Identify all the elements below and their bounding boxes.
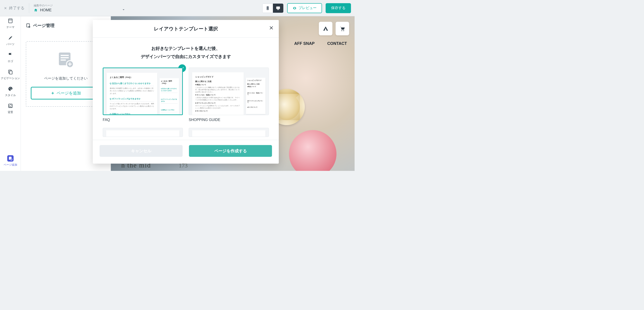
preview-q: Q ギフトラッピングはできますか bbox=[161, 97, 178, 104]
topbar-right: プレビュー 保存する bbox=[262, 3, 351, 13]
preview-desktop: ショッピングガイド 購入に関するご注意 ■ 商品について こちらのページに掲載さ… bbox=[192, 72, 244, 115]
nav-label: 背景 bbox=[8, 110, 13, 114]
nav-navigation[interactable]: ナビゲーション bbox=[1, 69, 20, 80]
svg-rect-8 bbox=[10, 71, 12, 74]
create-page-button[interactable]: ページを作成する bbox=[189, 145, 272, 157]
svg-rect-2 bbox=[276, 6, 280, 9]
template-grid: よくあるご質問（FAQ） Q 注文から届くまでどのくらいかかりますか 基本的に3… bbox=[103, 68, 269, 137]
add-page-button[interactable]: ページを追加 bbox=[31, 87, 101, 99]
add-page-icon bbox=[7, 155, 14, 162]
svg-point-11 bbox=[11, 88, 11, 89]
template-modal: レイアウトテンプレート選択 お好きなテンプレートを選んだ後、 デザインパーツで自… bbox=[93, 20, 279, 164]
preview-p: こちらのページに掲載されている商品は全て現品限りとなります。再入荷予定のある商品… bbox=[195, 86, 240, 93]
template-placeholder[interactable] bbox=[103, 128, 183, 137]
modal-body[interactable]: お好きなテンプレートを選んだ後、 デザインパーツで自由にカスタマイズできます よ… bbox=[93, 38, 279, 140]
modal-title: レイアウトテンプレート選択 bbox=[154, 26, 218, 32]
modal-intro-line1: お好きなテンプレートを選んだ後、 bbox=[103, 44, 269, 53]
create-page-label: ページを作成する bbox=[214, 148, 247, 154]
modal-header: レイアウトテンプレート選択 bbox=[93, 20, 279, 38]
add-page-button-label: ページを追加 bbox=[56, 90, 81, 96]
site-cart-chip[interactable] bbox=[336, 22, 349, 35]
sidepanel-title-text: ページ管理 bbox=[33, 23, 54, 29]
nav-label: ロゴ bbox=[8, 59, 13, 63]
template-placeholder[interactable] bbox=[189, 128, 269, 137]
nav-style[interactable]: スタイル bbox=[5, 86, 16, 97]
divider bbox=[29, 3, 29, 13]
nav-label: テーマ bbox=[6, 25, 14, 29]
preview-sec: ■ ギフトラッピングについて bbox=[195, 102, 240, 104]
desktop-icon bbox=[276, 6, 280, 11]
page-picker[interactable]: 編集中のページ HOME bbox=[34, 4, 125, 13]
nav-parts[interactable]: パーツ bbox=[6, 35, 14, 46]
nav-label: スタイル bbox=[5, 93, 16, 97]
preview-sec: ■商品について bbox=[247, 86, 264, 87]
tent-icon bbox=[322, 25, 329, 32]
preview-sub: 購入に関するご注意 bbox=[247, 83, 264, 85]
cancel-label: キャンセル bbox=[131, 148, 152, 154]
site-nav: AFF SNAP CONTACT bbox=[294, 41, 347, 46]
preview-heading: よくあるご質問（FAQ） bbox=[110, 76, 154, 79]
template-label: FAQ bbox=[103, 118, 183, 122]
pages-icon bbox=[7, 69, 14, 75]
modal-close-button[interactable] bbox=[269, 25, 274, 31]
preview-sec: ■ギフトラッピングについて bbox=[247, 100, 264, 103]
preview-sec: ■ 商品について bbox=[195, 84, 240, 86]
site-nav-item[interactable]: AFF SNAP bbox=[294, 41, 314, 46]
svg-rect-5 bbox=[8, 19, 12, 23]
device-toggle bbox=[262, 4, 284, 13]
preview-sec: ■キャンセル・返品について bbox=[247, 92, 264, 95]
preview-p: ご注文から発送までの間であればキャンセル可能です。マイページの注文履歴よりキャン… bbox=[195, 97, 240, 101]
preview-label: プレビュー bbox=[298, 6, 316, 11]
svg-point-9 bbox=[9, 88, 10, 89]
svg-point-23 bbox=[343, 30, 344, 31]
exit-label: 終了する bbox=[9, 6, 24, 11]
preview-q: Q 送料はいくらですか bbox=[110, 111, 154, 115]
save-label: 保存する bbox=[331, 6, 346, 11]
preview-q: Q 注文から届くまでどのくらいかかりますか bbox=[161, 86, 178, 93]
preview-sec: ■サイズについて bbox=[247, 106, 264, 108]
preview-heading: ショッピングガイド bbox=[195, 75, 240, 78]
save-button[interactable]: 保存する bbox=[326, 3, 351, 13]
preview-mobile: ショッピングガイド 購入に関するご注意 ■商品について ■キャンセル・返品につい… bbox=[246, 78, 266, 114]
add-page-hint: ページを追加してください bbox=[44, 76, 88, 81]
device-mobile-button[interactable] bbox=[262, 4, 273, 13]
preview-q: Q ギフトラッピングはできますか bbox=[110, 96, 154, 101]
template-faq[interactable]: よくあるご質問（FAQ） Q 注文から届くまでどのくらいかかりますか 基本的に3… bbox=[103, 68, 183, 122]
nav-add-page[interactable]: ページ追加 bbox=[4, 155, 17, 167]
close-icon bbox=[4, 6, 7, 10]
exit-button[interactable]: 終了する bbox=[4, 6, 24, 11]
top-bar: 終了する 編集中のページ HOME プレビュー 保存する bbox=[0, 0, 354, 16]
svg-rect-3 bbox=[278, 9, 279, 10]
svg-rect-4 bbox=[277, 10, 279, 10]
preview-a: ラッピング袋とギフトボックスからお選びいただけます。有料のギフトラッピングはカー… bbox=[110, 101, 154, 111]
preview-mobile: よくあるご質問（FAQ） Q 注文から届くまでどのくらいかかりますか Q ギフト… bbox=[160, 78, 179, 114]
nav-label: ページ追加 bbox=[4, 163, 17, 167]
nav-label: ナビゲーション bbox=[1, 76, 20, 80]
preview-button[interactable]: プレビュー bbox=[287, 3, 322, 13]
template-label: SHOPPING GUIDE bbox=[189, 118, 269, 122]
device-desktop-button[interactable] bbox=[273, 4, 283, 13]
page-picker-label: 編集中のページ bbox=[34, 4, 125, 8]
close-icon bbox=[269, 25, 274, 30]
template-shopping-guide[interactable]: ショッピングガイド 購入に関するご注意 ■ 商品について こちらのページに掲載さ… bbox=[189, 68, 269, 122]
template-preview-card: よくあるご質問（FAQ） Q 注文から届くまでどのくらいかかりますか 基本的に3… bbox=[103, 68, 183, 115]
svg-point-22 bbox=[342, 30, 342, 31]
chevron-down-icon bbox=[122, 8, 125, 13]
preview-heading: よくあるご質問（FAQ） bbox=[161, 80, 178, 85]
site-nav-item[interactable]: CONTACT bbox=[327, 41, 347, 46]
site-logo-chip[interactable] bbox=[319, 22, 332, 35]
modal-intro: お好きなテンプレートを選んだ後、 デザインパーツで自由にカスタマイズできます bbox=[103, 44, 269, 61]
cancel-button[interactable]: キャンセル bbox=[100, 145, 182, 157]
mobile-icon bbox=[265, 6, 270, 11]
nav-logo[interactable]: ロゴ bbox=[7, 52, 14, 63]
svg-point-1 bbox=[268, 9, 268, 10]
add-page-illustration bbox=[56, 51, 75, 70]
site-header-icons bbox=[319, 22, 349, 35]
cart-icon bbox=[339, 25, 346, 32]
preview-a: 基本的に3日程度でお届けいたします。お住まいの地域やご注文いただいた商品によって… bbox=[110, 86, 154, 96]
nav-theme[interactable]: テーマ bbox=[6, 18, 14, 29]
eye-icon bbox=[292, 6, 297, 10]
nav-background[interactable]: 背景 bbox=[7, 103, 14, 114]
svg-rect-20 bbox=[60, 59, 66, 61]
nav-label: パーツ bbox=[6, 42, 14, 46]
